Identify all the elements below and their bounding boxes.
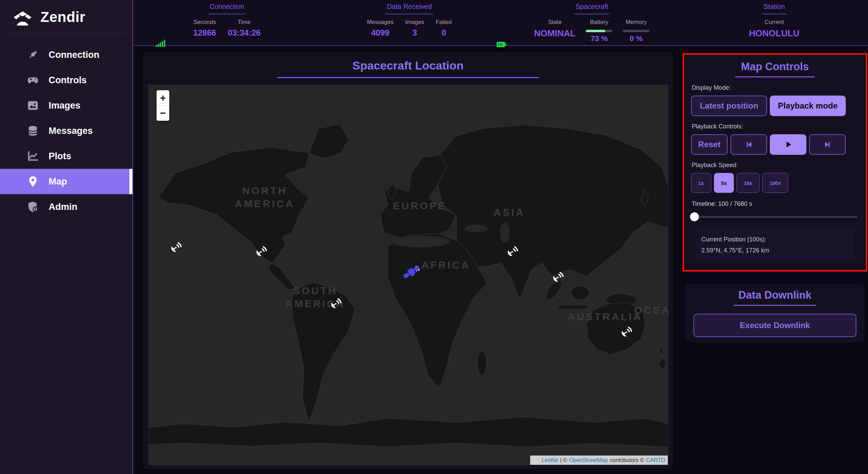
attribution-separator: | © [560,457,567,463]
connection-section-title: Connection [208,3,245,14]
data-received-section-title: Data Received [385,3,433,14]
leaflet-link[interactable]: Leaflet [541,457,558,463]
ground-station-dish-icon [253,245,268,259]
stat-value: 3 [405,28,424,38]
continent-label: OCEAN [634,304,668,317]
memory-meter [623,30,650,32]
timeline-slider-track[interactable] [692,216,857,218]
state-value: NOMINAL [534,28,575,39]
continent-label: EUROPE [393,199,447,212]
battery-stat: Battery 73 % [586,19,613,43]
spacecraft-marker[interactable] [402,263,421,281]
skip-back-icon [744,140,753,149]
play-icon [784,140,793,149]
header-data-received-section: Data Received Messages 4099 Images 3 Fai… [367,3,452,38]
app-title: Zendir [40,9,85,25]
battery-icon [496,41,507,48]
ground-station-marker[interactable] [550,271,564,285]
messages-stat: Messages 4099 [367,19,393,38]
ground-station-marker[interactable] [618,325,633,340]
stat-value: 03:34:26 [228,28,260,38]
reset-button[interactable]: Reset [691,134,728,155]
playback-mode-button[interactable]: Playback mode [770,96,846,116]
plug-icon [27,49,39,61]
data-downlink-panel: Data Downlink Execute Downlink [685,284,865,342]
speed-button-row: 1x5x10x100x [691,173,859,193]
map-panel-title: Spacecraft Location [144,59,672,72]
speed-5x-button[interactable]: 5x [714,173,734,193]
map-title-underline [277,77,539,78]
stat-label: Current [749,19,799,26]
sidebar-item-label: Controls [49,75,87,86]
stat-label: Seconds [193,19,216,26]
sidebar-item-connection[interactable]: Connection [0,42,132,67]
latest-position-button[interactable]: Latest position [691,96,767,116]
openstreetmap-link[interactable]: OpenStreetMap [569,457,608,463]
zoom-in-button[interactable]: + [157,90,169,105]
status-header: Connection Seconds 12866 Time 03:34:26 [134,0,868,46]
stat-label: Messages [367,19,393,26]
current-station-value: HONOLULU [749,28,799,39]
app-window: Zendir Connection [0,0,868,474]
state-stat: State NOMINAL [534,19,575,39]
database-icon [27,125,39,137]
sidebar-item-map[interactable]: Map [0,169,132,194]
battery-value: 73 % [586,34,613,43]
memory-stat: Memory 0 % [623,19,650,43]
timeline-label: Timeline: 100 / 7680 s [692,200,859,208]
stat-label: Battery [586,19,613,26]
stat-label: Failed [436,19,451,26]
sidebar-divider [8,33,125,34]
speed-1x-button[interactable]: 1x [691,173,711,193]
timeline-slider[interactable] [692,212,857,221]
stat-label: Images [405,19,424,26]
sidebar-item-controls[interactable]: Controls [0,67,132,93]
ground-station-dish-icon [328,297,342,311]
map-controls-underline [735,76,815,77]
sidebar-item-label: Messages [49,126,93,136]
battery-meter [586,30,613,32]
ground-station-marker[interactable] [505,245,519,259]
carto-link[interactable]: CARTO [646,457,665,463]
ground-station-dish-icon [168,241,182,255]
speed-10x-button[interactable]: 10x [737,173,760,193]
map-pin-icon [27,175,39,188]
map-controls-panel: Map Controls Display Mode: Latest positi… [685,56,865,269]
sidebar-item-images[interactable]: Images [0,93,132,118]
stat-label: State [534,19,575,26]
ground-station-marker[interactable] [168,241,182,255]
seconds-stat: Seconds 12866 [193,19,216,38]
data-downlink-title: Data Downlink [693,289,856,301]
current-position-value: 2.59°N, 4.75°E, 1726 km [701,245,848,256]
map-controls-title: Map Controls [691,61,859,73]
sidebar-item-messages[interactable]: Messages [0,118,132,144]
display-mode-label: Display Mode: [692,84,859,91]
skip-forward-icon [823,140,832,149]
station-section-title: Station [762,3,786,14]
map-attribution: Leaflet | © OpenStreetMap contributors ©… [530,456,668,465]
sidebar-item-label: Plots [49,151,71,162]
ground-station-marker[interactable] [253,245,268,259]
spacecraft-satellite-icon [402,263,421,281]
execute-downlink-button[interactable]: Execute Downlink [693,314,856,337]
play-button[interactable] [770,134,806,155]
ukraine-flag-icon [533,458,539,463]
signal-bars-icon [155,37,167,48]
ground-station-dish-icon [618,325,633,340]
sidebar-item-admin[interactable]: Admin [0,194,132,220]
header-connection-section: Connection Seconds 12866 Time 03:34:26 [193,3,261,38]
spacecraft-location-panel: Spacecraft Location [143,53,673,469]
skip-forward-button[interactable] [809,134,846,155]
ground-station-marker[interactable] [328,297,342,311]
speed-100x-button[interactable]: 100x [762,173,788,193]
skip-back-button[interactable] [730,134,767,155]
header-spacecraft-section: Spacecraft State NOMINAL Battery 73 % [534,3,649,43]
gamepad-icon [27,74,39,86]
zoom-out-button[interactable]: − [157,105,169,121]
timeline-slider-thumb[interactable] [690,212,699,221]
continent-label: AUSTRALIA [567,311,642,324]
spacecraft-section-title: Spacecraft [574,3,610,14]
world-map[interactable]: NORTHAMERICAEUROPEASIAAFRICASOUTHAMERICA… [148,85,668,465]
sidebar-item-plots[interactable]: Plots [0,144,132,169]
data-downlink-underline [734,305,816,306]
